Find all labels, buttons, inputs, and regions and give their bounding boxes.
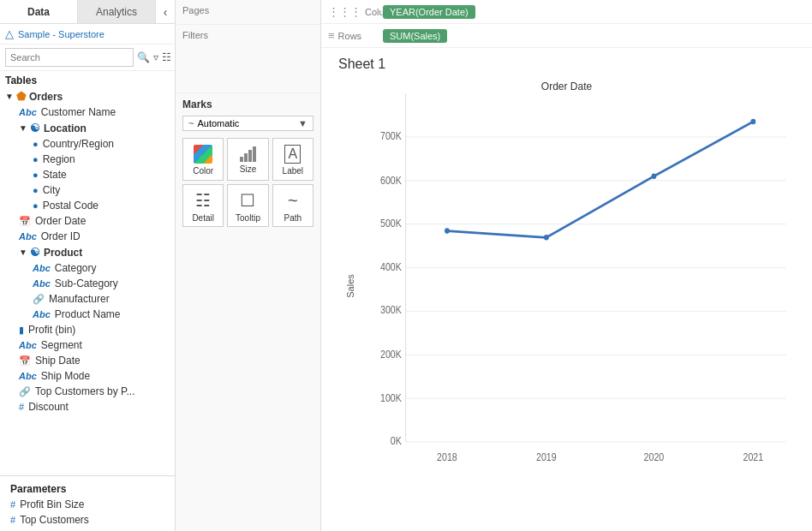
field-label: Order Date <box>35 215 86 227</box>
list-item[interactable]: ● State <box>0 167 175 182</box>
list-item[interactable]: Abc Segment <box>0 337 175 353</box>
field-label: Customer Name <box>41 106 116 118</box>
filters-label: Filters <box>182 30 313 40</box>
search-input[interactable] <box>5 48 134 67</box>
path-label: Path <box>284 213 302 223</box>
field-label: Manufacturer <box>49 293 110 305</box>
abc-icon: Abc <box>19 340 37 350</box>
label-mark-button[interactable]: A Label <box>272 138 313 181</box>
detail-icon: ☷ <box>195 190 211 211</box>
list-item[interactable]: Abc Ship Mode <box>0 368 175 384</box>
list-item[interactable]: ● City <box>0 182 175 198</box>
list-item[interactable]: ▮ Profit (bin) <box>0 322 175 337</box>
chart-svg: 0K 100K 200K 300K 400K 500K 600K 700K 20… <box>373 93 786 470</box>
list-item[interactable]: # Discount <box>0 399 175 415</box>
list-item[interactable]: # Profit Bin Size <box>5 497 170 512</box>
svg-text:200K: 200K <box>380 349 402 360</box>
svg-text:600K: 600K <box>380 175 402 186</box>
rows-pill[interactable]: SUM(Sales) <box>383 29 447 43</box>
geo-icon: ● <box>33 154 39 164</box>
database-icon: △ <box>5 27 14 40</box>
detail-mark-button[interactable]: ☷ Detail <box>182 184 224 227</box>
geo-icon: ● <box>33 200 39 211</box>
field-label: Top Customers by P... <box>35 385 135 397</box>
field-label: Product Name <box>55 308 121 320</box>
size-label: Size <box>240 164 256 174</box>
svg-point-21 <box>445 228 450 234</box>
svg-text:300K: 300K <box>380 305 402 316</box>
product-expand-icon: ▼ <box>19 248 27 257</box>
chart-title: Sheet 1 <box>338 57 795 72</box>
abc-icon: Abc <box>33 278 51 289</box>
grid-view-icon[interactable]: ☷ <box>162 51 171 63</box>
list-item[interactable]: ● Region <box>0 152 175 167</box>
svg-point-24 <box>750 119 755 125</box>
color-label: Color <box>193 166 213 176</box>
columns-pill[interactable]: YEAR(Order Date) <box>383 5 475 19</box>
list-item[interactable]: Abc Category <box>0 260 175 276</box>
list-item[interactable]: 🔗 Manufacturer <box>0 291 175 307</box>
list-item[interactable]: ● Country/Region <box>0 136 175 152</box>
list-item[interactable]: Abc Sub-Category <box>0 276 175 291</box>
product-group-label: Product <box>44 247 82 259</box>
param-label: Profit Bin Size <box>20 498 84 510</box>
list-item[interactable]: 📅 Ship Date <box>0 353 175 368</box>
field-label: Segment <box>41 339 82 351</box>
list-item[interactable]: Abc Customer Name <box>0 104 175 120</box>
bar-chart-icon: ▮ <box>19 325 24 336</box>
pages-label: Pages <box>182 5 313 15</box>
param-label: Top Customers <box>20 514 89 526</box>
svg-point-23 <box>652 174 657 180</box>
pages-shelf: Pages <box>176 0 320 25</box>
list-item[interactable]: 🔗 Top Customers by P... <box>0 384 175 399</box>
field-label: Region <box>43 153 75 165</box>
location-group-icon: ☯ <box>30 122 40 134</box>
orders-expand-icon: ▼ <box>5 92 14 101</box>
collapse-panel-button[interactable]: ‹ <box>156 0 175 23</box>
location-group-header[interactable]: ▼ ☯ Location <box>0 120 175 136</box>
svg-text:2019: 2019 <box>536 451 557 462</box>
path-mark-button[interactable]: ~ Path <box>272 184 313 227</box>
product-group-header[interactable]: ▼ ☯ Product <box>0 244 175 260</box>
marks-type-dropdown[interactable]: ~ Automatic ▼ <box>182 116 313 131</box>
marks-type-icon: ~ <box>188 118 194 128</box>
field-label: Sub-Category <box>55 277 118 289</box>
tab-data[interactable]: Data <box>0 0 78 23</box>
tooltip-label: Tooltip <box>236 213 260 223</box>
orders-group-header[interactable]: ▼ ⬟ Orders <box>0 88 175 104</box>
list-item[interactable]: # Top Customers <box>5 512 170 528</box>
chart-area: Sheet 1 Order Date Sales 0K 100K <box>321 48 812 531</box>
abc-icon: Abc <box>33 309 51 319</box>
size-mark-button[interactable]: Size <box>227 138 268 181</box>
rows-shelf: ≡ Rows SUM(Sales) <box>321 24 812 48</box>
data-source-row[interactable]: △ Sample - Superstore <box>0 24 175 45</box>
field-label: Profit (bin) <box>28 324 75 336</box>
field-label: Ship Mode <box>41 370 90 382</box>
link-icon: 🔗 <box>19 386 31 397</box>
field-label: Country/Region <box>43 138 114 150</box>
list-item[interactable]: ● Postal Code <box>0 198 175 213</box>
field-label: Discount <box>28 401 69 413</box>
list-item[interactable]: Abc Order ID <box>0 229 175 244</box>
hash-icon: # <box>10 499 15 510</box>
list-item[interactable]: 📅 Order Date <box>0 213 175 229</box>
svg-text:0K: 0K <box>391 436 402 447</box>
hash-icon: # <box>19 402 24 412</box>
rows-label: ≡ Rows <box>328 29 379 42</box>
geo-icon: ● <box>33 185 39 195</box>
list-item[interactable]: Abc Product Name <box>0 307 175 322</box>
search-icon[interactable]: 🔍 <box>137 51 150 63</box>
filter-icon[interactable]: ▿ <box>153 51 158 63</box>
tab-analytics[interactable]: Analytics <box>78 0 156 23</box>
svg-text:700K: 700K <box>380 130 402 141</box>
tooltip-icon: ☐ <box>240 190 255 211</box>
product-group-icon: ☯ <box>30 246 40 259</box>
abc-icon: Abc <box>19 371 37 381</box>
field-label: State <box>43 169 67 181</box>
columns-label: ⋮⋮⋮ Columns <box>328 5 379 18</box>
tooltip-mark-button[interactable]: ☐ Tooltip <box>227 184 268 227</box>
svg-text:2021: 2021 <box>743 451 764 462</box>
calendar-icon: 📅 <box>19 355 31 367</box>
field-label: Ship Date <box>35 355 81 367</box>
color-mark-button[interactable]: Color <box>182 138 224 181</box>
